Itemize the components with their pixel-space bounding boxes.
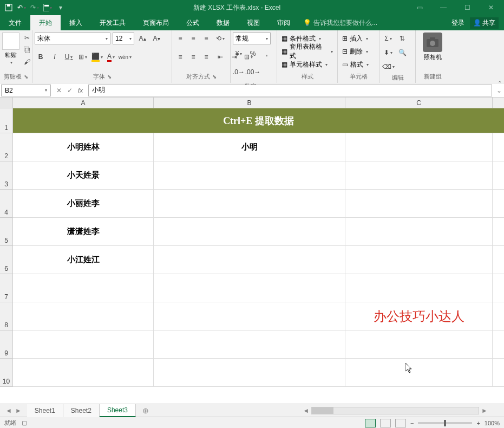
tab-view[interactable]: 视图: [238, 15, 269, 30]
cancel-fx-icon[interactable]: ✕: [56, 87, 62, 94]
align-top-icon[interactable]: ≡: [174, 33, 186, 44]
cell-C4[interactable]: [345, 190, 493, 217]
login-link[interactable]: 登录: [451, 18, 464, 28]
tab-file[interactable]: 文件: [0, 15, 30, 30]
cell-C6[interactable]: [345, 246, 493, 274]
cell-A6[interactable]: 小江姓江: [13, 246, 154, 274]
sort-filter-icon[interactable]: ⇅: [396, 33, 408, 44]
insert-cells-button[interactable]: ⊞插入▾: [340, 33, 370, 44]
cell-C9[interactable]: [345, 330, 493, 358]
ribbon-options-icon[interactable]: ▭: [409, 1, 430, 14]
align-middle-icon[interactable]: ≡: [187, 33, 199, 44]
horizontal-scrollbar[interactable]: ◄ ►: [155, 407, 504, 414]
italic-button[interactable]: I: [49, 51, 61, 63]
tab-home[interactable]: 开始: [30, 15, 61, 30]
cut-icon[interactable]: ✂: [22, 33, 32, 43]
delete-cells-button[interactable]: ⊟删除▾: [340, 46, 370, 57]
cell-A8[interactable]: [13, 302, 154, 330]
page-break-view-icon[interactable]: [395, 419, 406, 427]
row-header-2[interactable]: 2: [0, 133, 13, 161]
cell-C7[interactable]: [345, 274, 493, 302]
maximize-icon[interactable]: ☐: [456, 1, 478, 14]
row-header-1[interactable]: 1: [0, 108, 13, 133]
align-center-icon[interactable]: ≡: [187, 51, 199, 63]
zoom-slider[interactable]: [418, 422, 472, 424]
zoom-out-icon[interactable]: −: [410, 420, 414, 426]
font-launcher-icon[interactable]: ⬊: [107, 74, 112, 80]
cell-B10[interactable]: [154, 359, 345, 386]
font-name-select[interactable]: 宋体▾: [35, 33, 110, 44]
font-size-select[interactable]: 12▾: [113, 33, 134, 44]
cell-B8[interactable]: [154, 302, 345, 330]
col-header-C[interactable]: C: [345, 98, 493, 108]
sheet-tab-2[interactable]: Sheet2: [63, 404, 100, 417]
zoom-value[interactable]: 100%: [485, 420, 500, 426]
tab-dev[interactable]: 开发工具: [91, 15, 134, 30]
sheet-tab-3[interactable]: Sheet3: [100, 404, 136, 417]
collapse-ribbon-icon[interactable]: ⌃: [498, 80, 502, 86]
phonetic-guide-button[interactable]: wén▾: [119, 51, 131, 63]
minimize-icon[interactable]: —: [433, 1, 454, 14]
cell-B6[interactable]: [154, 246, 345, 274]
bold-button[interactable]: B: [35, 51, 47, 63]
macro-record-icon[interactable]: ▢: [22, 419, 27, 426]
row-header-10[interactable]: 10: [0, 359, 13, 387]
cell-C2[interactable]: [345, 133, 493, 161]
cell-A4[interactable]: 小丽姓李: [13, 190, 154, 217]
tab-insert[interactable]: 插入: [61, 15, 91, 30]
autosum-icon[interactable]: Σ▾: [382, 33, 394, 44]
increase-decimal-icon[interactable]: .0→: [233, 66, 245, 78]
cell-B4[interactable]: [154, 190, 345, 217]
fill-color-button[interactable]: ⬛▾: [91, 51, 103, 63]
align-left-icon[interactable]: ≡: [174, 51, 186, 63]
row-header-9[interactable]: 9: [0, 330, 13, 359]
table-format-button[interactable]: ▦套用表格格式▾: [279, 46, 335, 57]
align-launcher-icon[interactable]: ⬊: [212, 74, 217, 80]
page-layout-view-icon[interactable]: [380, 419, 391, 427]
row-header-5[interactable]: 5: [0, 218, 13, 246]
cell-C3[interactable]: [345, 161, 493, 189]
font-color-button[interactable]: A▾: [105, 51, 117, 63]
row-header-6[interactable]: 6: [0, 246, 13, 274]
formula-input[interactable]: 小明: [88, 85, 492, 96]
cell-C8[interactable]: 办公技巧小达人: [345, 302, 493, 330]
row-header-3[interactable]: 3: [0, 161, 13, 190]
copy-icon[interactable]: ⿻: [22, 44, 32, 55]
comma-icon[interactable]: ,: [261, 48, 273, 60]
close-icon[interactable]: ✕: [480, 1, 502, 14]
percent-icon[interactable]: %: [247, 48, 259, 60]
col-header-A[interactable]: A: [13, 98, 154, 108]
customize-qat-icon[interactable]: ▾: [56, 3, 65, 12]
cell-B5[interactable]: [154, 218, 345, 245]
align-bottom-icon[interactable]: ≡: [200, 33, 212, 44]
camera-button[interactable]: [423, 33, 442, 52]
cell-B2[interactable]: 小明: [154, 133, 345, 161]
zoom-in-icon[interactable]: +: [476, 420, 480, 426]
redo-icon[interactable]: ↷▾: [30, 3, 39, 12]
tab-formula[interactable]: 公式: [178, 15, 208, 30]
find-select-icon[interactable]: 🔍: [396, 47, 408, 59]
cell-C5[interactable]: [345, 218, 493, 245]
decrease-font-icon[interactable]: A▾: [150, 33, 162, 44]
row-header-8[interactable]: 8: [0, 302, 13, 330]
number-format-select[interactable]: 常规▾: [233, 33, 271, 44]
enter-fx-icon[interactable]: ✓: [67, 87, 73, 94]
tell-me-search[interactable]: 💡 告诉我您想要做什么...: [299, 18, 377, 28]
tab-data[interactable]: 数据: [208, 15, 238, 30]
cell-A2[interactable]: 小明姓林: [13, 133, 154, 161]
cell-style-button[interactable]: ▦单元格样式▾: [279, 59, 330, 70]
col-header-B[interactable]: B: [154, 98, 345, 108]
select-all-triangle[interactable]: [0, 98, 13, 108]
cell-B3[interactable]: [154, 161, 345, 189]
cell-B9[interactable]: [154, 330, 345, 358]
fx-icon[interactable]: fx: [78, 87, 83, 94]
cell-A3[interactable]: 小天姓景: [13, 161, 154, 189]
share-button[interactable]: 👤共享: [470, 17, 499, 29]
sheet-tab-1[interactable]: Sheet1: [27, 404, 63, 417]
cell-A7[interactable]: [13, 274, 154, 302]
merged-title-cell[interactable]: Ctrl+E 提取数据: [13, 108, 504, 133]
row-header-4[interactable]: 4: [0, 190, 13, 218]
expand-formula-bar-icon[interactable]: ⌄: [494, 87, 504, 94]
clear-icon[interactable]: ⌫▾: [382, 61, 394, 73]
cell-A10[interactable]: [13, 359, 154, 386]
